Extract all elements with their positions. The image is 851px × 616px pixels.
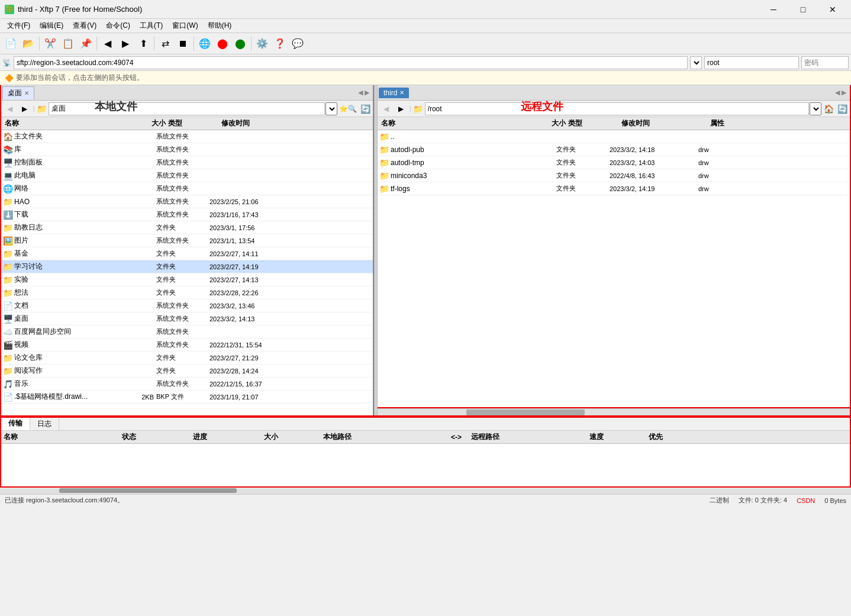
file-name: 📁实验 [2, 275, 121, 285]
toolbar-red[interactable]: ⬤ [214, 36, 231, 52]
file-date: 2023/3/2, 14:03 [610, 159, 698, 166]
left-nav-forward[interactable]: ▶ [17, 102, 31, 115]
menu-window[interactable]: 窗口(W) [167, 20, 202, 32]
menu-command[interactable]: 命令(C) [101, 20, 135, 32]
table-row[interactable]: 📁实验 文件夹 2023/2/27, 14:13 [1, 273, 373, 286]
table-row[interactable]: 📄文档 系统文件夹 2023/3/2, 13:46 [1, 299, 373, 312]
toolbar-transfer[interactable]: ⇄ [157, 36, 173, 52]
right-path-dropdown[interactable] [810, 102, 821, 115]
right-nav-refresh[interactable]: 🔄 [836, 102, 849, 115]
toolbar-copy[interactable]: 📋 [60, 36, 76, 52]
toolbar-stop[interactable]: ⏹ [175, 36, 191, 52]
table-row[interactable]: 📁.. [378, 130, 850, 143]
minimize-button[interactable]: ─ [760, 2, 787, 17]
table-row[interactable]: 🌐网络 系统文件夹 [1, 182, 373, 195]
transfer-col-dir: <-> [441, 433, 471, 441]
table-row[interactable]: 📁miniconda3 文件夹 2022/4/8, 16:43 drw [378, 169, 850, 182]
right-col-header: 名称 大小 类型 修改时间 属性 [378, 117, 850, 130]
window-controls: ─ □ ✕ [760, 2, 846, 17]
table-row[interactable]: 🏠主文件夹 系统文件夹 [1, 130, 373, 143]
toolbar-sep-4 [194, 37, 194, 51]
right-tab-close[interactable]: ✕ [399, 89, 404, 96]
file-type: 文件夹 [156, 262, 209, 271]
toolbar-green[interactable]: ⬤ [232, 36, 249, 52]
table-row[interactable]: 💻此电脑 系统文件夹 [1, 169, 373, 182]
transfer-tab-bar: 传输 日志 [1, 418, 850, 431]
toolbar-help[interactable]: ❓ [272, 36, 288, 52]
transfer-tab-transfer[interactable]: 传输 [1, 418, 30, 430]
left-nav-sep: | [33, 105, 35, 112]
left-nav-back[interactable]: ◀ [2, 102, 17, 115]
table-row[interactable]: 🖼️图片 系统文件夹 2023/1/1, 13:54 [1, 234, 373, 247]
left-tab-label: 桌面 [8, 88, 22, 98]
right-nav-home[interactable]: 🏠 [822, 102, 835, 115]
left-nav-refresh[interactable]: 🔄 [359, 102, 372, 115]
toolbar-up[interactable]: ⬆ [135, 36, 151, 52]
table-row[interactable]: 📁autodl-pub 文件夹 2023/3/2, 14:18 drw [378, 143, 850, 156]
table-row[interactable]: ☁️百度网盘同步空间 系统文件夹 [1, 325, 373, 338]
table-row[interactable]: ⬇️下载 系统文件夹 2023/1/16, 17:43 [1, 208, 373, 221]
sftp-url-input[interactable] [14, 56, 688, 69]
status-bar: 已连接 region-3.seetacloud.com:49074。 二进制 文… [0, 494, 851, 506]
file-name: 🎵音乐 [2, 379, 121, 389]
right-nav-back[interactable]: ◀ [379, 102, 393, 115]
file-type: 系统文件夹 [156, 184, 209, 193]
toolbar-back[interactable]: ◀ [99, 36, 116, 52]
folder-icon: 📁 [2, 366, 13, 376]
right-tab-third[interactable]: third ✕ [379, 88, 409, 98]
table-row[interactable]: 📁想法 文件夹 2023/2/28, 22:26 [1, 286, 373, 299]
maximize-button[interactable]: □ [789, 2, 817, 17]
toolbar-globe[interactable]: 🌐 [196, 36, 213, 52]
toolbar-settings[interactable]: ⚙️ [254, 36, 270, 52]
file-date: 2023/2/25, 21:06 [209, 198, 304, 205]
folder-icon: 📁 [2, 262, 13, 272]
table-row[interactable]: 📁tf-logs 文件夹 2023/3/2, 14:19 drw [378, 182, 850, 195]
password-input[interactable] [801, 56, 849, 69]
left-tab-desktop[interactable]: 桌面 ✕ [2, 86, 34, 99]
folder-icon: 🎵 [2, 379, 13, 389]
right-scrollbar-thumb[interactable] [466, 409, 585, 415]
toolbar-chat[interactable]: 💬 [289, 36, 306, 52]
menu-file[interactable]: 文件(F) [2, 20, 35, 32]
toolbar-cut[interactable]: ✂️ [42, 36, 59, 52]
table-row[interactable]: 🎬视频 系统文件夹 2022/12/31, 15:54 [1, 338, 373, 351]
close-button[interactable]: ✕ [819, 2, 846, 17]
table-row[interactable]: 🎵音乐 系统文件夹 2022/12/15, 16:37 [1, 378, 373, 391]
transfer-panel: 传输 日志 名称 状态 进度 大小 本地路径 <-> 远程路径 速度 优先 [0, 417, 851, 488]
toolbar-open[interactable]: 📂 [20, 36, 37, 52]
table-row[interactable]: 🖥️控制面板 系统文件夹 [1, 156, 373, 169]
toolbar-new-session[interactable]: 📄 [2, 36, 19, 52]
bottom-scrollbar-thumb[interactable] [59, 488, 237, 493]
right-nav-forward[interactable]: ▶ [394, 102, 408, 115]
left-path-input[interactable] [49, 102, 325, 115]
right-horiz-scrollbar[interactable] [378, 408, 850, 415]
table-row[interactable]: 📁HAO 系统文件夹 2023/2/25, 21:06 [1, 195, 373, 208]
toolbar-forward[interactable]: ▶ [117, 36, 134, 52]
table-row[interactable]: 🖥️桌面 系统文件夹 2023/3/2, 14:13 [1, 312, 373, 325]
transfer-tab-log[interactable]: 日志 [30, 418, 59, 430]
left-tab-close[interactable]: ✕ [24, 90, 29, 96]
table-row[interactable]: 📁学习讨论 文件夹 2023/2/27, 14:19 [1, 260, 373, 273]
table-row[interactable]: 📄.$基础网络模型.drawi... 2KB BKP 文件 2023/1/19,… [1, 391, 373, 404]
menu-help[interactable]: 帮助(H) [203, 20, 237, 32]
username-input[interactable] [704, 56, 799, 69]
toolbar-paste[interactable]: 📌 [78, 36, 94, 52]
toolbar-sep-5 [251, 37, 252, 51]
table-row[interactable]: 📁论文仓库 文件夹 2023/2/27, 21:29 [1, 351, 373, 365]
table-row[interactable]: 📚库 系统文件夹 [1, 143, 373, 156]
file-date: 2023/2/28, 14:24 [209, 367, 304, 375]
menu-tools[interactable]: 工具(T) [135, 20, 167, 32]
table-row[interactable]: 📁阅读写作 文件夹 2023/2/28, 14:24 [1, 365, 373, 378]
right-path-input[interactable] [425, 102, 809, 115]
sftp-icon: 📡 [2, 59, 11, 67]
table-row[interactable]: 📁基金 文件夹 2023/2/27, 14:11 [1, 247, 373, 260]
bottom-scrollbar[interactable] [0, 488, 851, 494]
table-row[interactable]: 📁autodl-tmp 文件夹 2023/3/2, 14:03 drw [378, 156, 850, 169]
table-row[interactable]: 📁助教日志 文件夹 2023/3/1, 17:56 [1, 221, 373, 234]
sftp-url-dropdown[interactable] [690, 56, 702, 69]
left-tab-nav-arrows: ◀ ▶ [356, 89, 372, 96]
menu-edit[interactable]: 编辑(E) [35, 20, 68, 32]
left-path-dropdown[interactable] [325, 102, 337, 115]
menu-view[interactable]: 查看(V) [68, 20, 101, 32]
info-message: 要添加当前会话，点击左侧的箭头按钮。 [16, 73, 144, 83]
